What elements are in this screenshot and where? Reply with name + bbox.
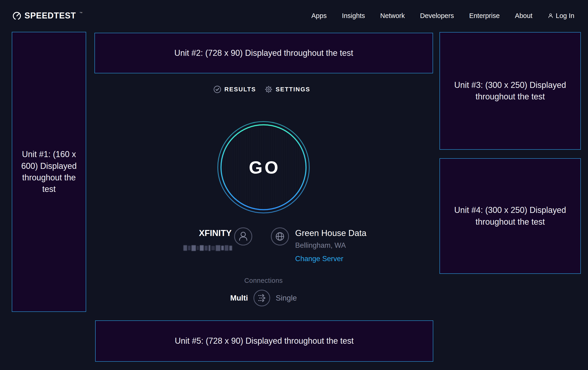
go-button-area: GO — [217, 121, 310, 214]
ad-unit-2-leaderboard[interactable]: Unit #2: (728 x 90) Displayed throughout… — [94, 33, 433, 73]
nav-item-insights[interactable]: Insights — [342, 12, 365, 20]
nav-item-developers[interactable]: Developers — [420, 12, 454, 20]
nav-item-apps[interactable]: Apps — [311, 12, 326, 20]
speedometer-gauge-icon — [12, 11, 21, 20]
nav-item-network[interactable]: Network — [380, 12, 405, 20]
ad-unit-4-text: Unit #4: (300 x 250) Displayed throughou… — [452, 204, 568, 228]
ad-unit-1-skyscraper[interactable]: Unit #1: (160 x 600) Displayed throughou… — [12, 32, 86, 312]
login-label: Log In — [556, 12, 574, 20]
isp-name: XFINITY — [199, 228, 232, 238]
ad-unit-5-leaderboard[interactable]: Unit #5: (728 x 90) Displayed throughout… — [95, 320, 433, 362]
tab-results[interactable]: RESULTS — [214, 86, 256, 93]
results-settings-tabs: RESULTS — [214, 83, 310, 95]
isp-details-redacted — [182, 245, 232, 251]
nav-item-about[interactable]: About — [515, 12, 533, 20]
logo-wordmark: SPEEDTEST — [24, 11, 76, 20]
ad-unit-3-rectangle[interactable]: Unit #3: (300 x 250) Displayed throughou… — [440, 32, 581, 150]
server-globe-icon — [271, 227, 289, 246]
server-info: Green House Data Bellingham, WA Change S… — [295, 228, 367, 263]
ad-unit-4-rectangle[interactable]: Unit #4: (300 x 250) Displayed throughou… — [440, 158, 581, 274]
change-server-link[interactable]: Change Server — [295, 255, 367, 263]
tab-settings-label: SETTINGS — [275, 86, 310, 93]
ad-unit-2-text: Unit #2: (728 x 90) Displayed throughout… — [174, 47, 353, 59]
speedtest-logo[interactable]: SPEEDTEST ™ — [12, 11, 82, 20]
main-nav: Apps Insights Network Developers Enterpr… — [311, 12, 574, 20]
ad-unit-1-text: Unit #1: (160 x 600) Displayed throughou… — [15, 149, 83, 195]
login-button[interactable]: Log In — [547, 12, 574, 20]
top-nav-bar: SPEEDTEST ™ Apps Insights Network Develo… — [0, 0, 588, 31]
go-button-label: GO — [247, 157, 280, 177]
server-location: Bellingham, WA — [295, 241, 367, 250]
go-button[interactable]: GO — [220, 123, 307, 211]
connections-label: Connections — [244, 277, 283, 284]
connections-single-option[interactable]: Single — [276, 294, 297, 302]
user-icon — [547, 13, 554, 19]
tab-results-label: RESULTS — [224, 86, 256, 93]
connection-meta: XFINITY — [94, 225, 433, 264]
gear-icon — [265, 86, 272, 93]
nav-item-enterprise[interactable]: Enterprise — [469, 12, 500, 20]
connections-toggle: Multi Single — [230, 289, 297, 307]
ad-unit-3-text: Unit #3: (300 x 250) Displayed throughou… — [452, 79, 568, 103]
logo-trademark: ™ — [79, 11, 83, 15]
speedtest-page: SPEEDTEST ™ Apps Insights Network Develo… — [0, 0, 588, 370]
multi-connection-icon[interactable] — [253, 289, 271, 307]
ad-unit-5-text: Unit #5: (728 x 90) Displayed throughout… — [175, 335, 354, 347]
connections-multi-option[interactable]: Multi — [230, 294, 248, 302]
tab-settings[interactable]: SETTINGS — [265, 86, 310, 93]
server-name: Green House Data — [295, 228, 367, 238]
check-circle-icon — [214, 86, 221, 93]
isp-user-icon — [234, 227, 252, 246]
